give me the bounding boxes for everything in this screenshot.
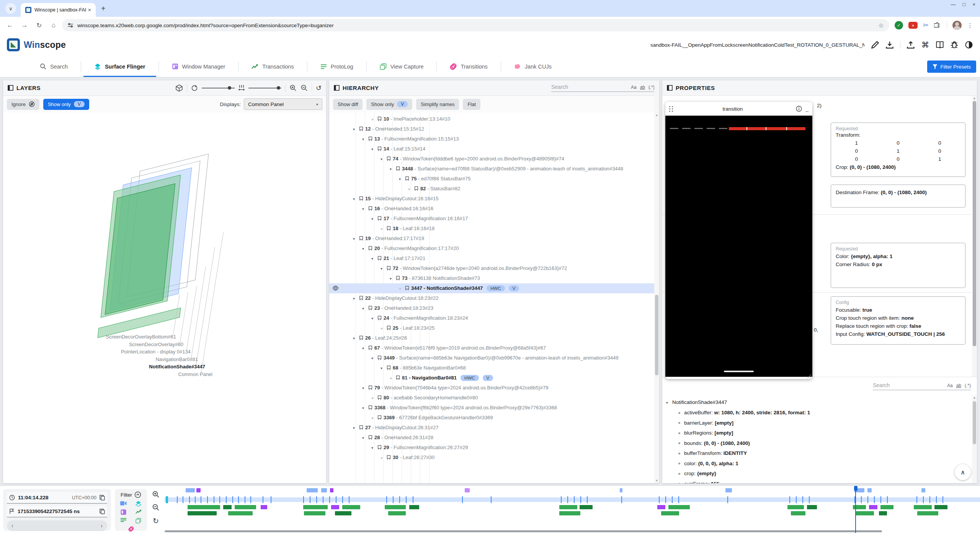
timeline-tick[interactable] [574, 496, 575, 503]
zoom-in-icon[interactable] [289, 84, 297, 92]
timeline-event-bar[interactable] [330, 488, 333, 492]
show-diff-button[interactable]: Show diff [333, 99, 363, 110]
show-only-v-button[interactable]: Show only V [366, 99, 412, 110]
scroll-up-icon[interactable]: ▲ [654, 113, 659, 117]
timeline-tick[interactable] [665, 496, 666, 503]
layer-label[interactable]: Common Panel [3, 371, 217, 378]
timeline-tick[interactable] [166, 496, 168, 503]
new-tab-button[interactable]: + [101, 4, 106, 13]
timeline-event-bar[interactable] [321, 488, 327, 492]
bug-report-icon[interactable] [950, 41, 959, 49]
timeline-event-bar[interactable] [853, 505, 866, 509]
timeline-event-bar[interactable] [880, 505, 893, 509]
tree-row[interactable]: ▾75 - ed70f88 StatusBar#75 [329, 174, 659, 184]
layer-label[interactable]: ScreenDecorOverlayBottom#61 [3, 333, 217, 341]
view-capture-icon[interactable] [136, 518, 141, 523]
tree-row[interactable]: ▾29 - FullscreenMagnification:26:27#29 [329, 443, 659, 453]
timeline-cursor[interactable] [855, 486, 856, 533]
tree-row[interactable]: ▾22 - HideDisplayCutout:18:23#22 [329, 293, 659, 303]
properties-search[interactable]: Aa ab (.*) [873, 382, 971, 390]
collapse-filter-icon[interactable] [134, 491, 141, 498]
tree-row[interactable]: ▾26 - Leaf:24:25#26 [329, 333, 659, 343]
tree-row[interactable]: ▾73 - 8736138 NotificationShade#73 [329, 273, 659, 283]
time-field[interactable]: 11:04:14.228 UTC+00:00 [7, 492, 107, 504]
tree-row[interactable]: ●30 - Leaf:26:27#30 [329, 453, 659, 463]
tree-row[interactable]: ▾20 - FullscreenMagnification:17:17#20 [329, 244, 659, 253]
timeline-event-bar[interactable] [917, 511, 938, 515]
transactions-icon[interactable] [136, 509, 142, 514]
edit-pencil-icon[interactable] [871, 41, 879, 49]
property-item[interactable]: currFrame: 155 [666, 479, 977, 484]
timeline-tick[interactable] [789, 496, 790, 503]
tree-row[interactable]: ▾74 - WindowToken{fdddbe6 type=2000 andr… [329, 154, 659, 164]
timeline-event-bar[interactable] [261, 505, 267, 509]
hierarchy-scrollbar[interactable]: ▲ ▼ [654, 80, 659, 483]
timeline-event-bar[interactable] [867, 488, 872, 492]
hierarchy-search[interactable]: Aa ab (.*) [551, 84, 655, 92]
timeline-event-bar[interactable] [807, 505, 817, 509]
timeline-event-bar[interactable] [223, 505, 231, 509]
tree-row[interactable]: ▾19 - OneHanded:17:17#19 [329, 234, 659, 244]
tab-jank-cujs[interactable]: Jank CUJs [501, 56, 565, 77]
timeline-event-bar[interactable] [620, 488, 622, 492]
timeline-tick[interactable] [796, 496, 797, 503]
timeline-tick[interactable] [867, 496, 868, 503]
browser-tab[interactable]: Winscope | sandbox-FAIL × [21, 3, 96, 17]
timeline-tick[interactable] [393, 496, 394, 503]
timeline-event-bar[interactable] [921, 488, 926, 492]
url-bar[interactable]: winscope.teams.x20web.corp.google.com/pr… [62, 19, 889, 31]
properties-scrollbar[interactable]: ▲ [972, 96, 977, 377]
tree-row[interactable]: ▾13 - FullscreenMagnification:15:15#13 [329, 134, 659, 144]
home-icon[interactable]: ⌂ [47, 19, 60, 31]
timeline-event-bar[interactable] [914, 505, 932, 509]
timeline-event-bar[interactable] [331, 505, 339, 509]
tree-row[interactable]: ▾72 - WindowToken{a2746de type=2040 andr… [329, 263, 659, 273]
timeline-event-bar[interactable] [388, 511, 406, 515]
timeline-event-bar[interactable] [787, 505, 804, 509]
surface-flinger-icon[interactable] [136, 501, 141, 507]
layer-label[interactable]: PointerLocation - display 0#134 [3, 348, 217, 356]
timeline-event-bar[interactable] [186, 488, 194, 492]
timeline-event-bar[interactable] [465, 488, 470, 492]
timeline-tick[interactable] [207, 496, 208, 503]
timeline-event-bar[interactable] [303, 505, 328, 509]
keyboard-shortcuts-icon[interactable]: ⌘ [921, 41, 929, 49]
timeline-tick[interactable] [462, 496, 463, 503]
timeline-reset-zoom-icon[interactable]: ↻ [153, 517, 159, 525]
timeline-tick[interactable] [183, 496, 183, 503]
show-only-button[interactable]: Show only V [43, 99, 89, 110]
download-icon[interactable] [885, 41, 894, 49]
timeline-zoom-in-icon[interactable] [152, 490, 160, 498]
timeline-tick[interactable] [238, 496, 239, 503]
property-item[interactable]: bufferTransform: IDENTITY [666, 448, 977, 459]
minimize-overlay-icon[interactable]: _ [806, 106, 808, 112]
timeline-tick[interactable] [342, 496, 343, 503]
tree-row[interactable]: ●81 - NavigationBar0#81HWCV [329, 373, 659, 383]
timeline-tick[interactable] [923, 496, 924, 503]
extensions-puzzle-icon[interactable] [934, 22, 941, 29]
collapse-panel-icon[interactable] [8, 85, 13, 91]
bookmark-star-icon[interactable]: ☆ [879, 22, 884, 29]
timeline-tick[interactable] [303, 496, 304, 503]
timeline-tick[interactable] [942, 496, 943, 503]
timeline-tick[interactable] [678, 496, 679, 503]
match-word-icon[interactable]: ab [956, 383, 961, 388]
timeline-tick[interactable] [580, 496, 581, 503]
timeline-canvas[interactable] [165, 486, 980, 533]
timeline-event-bar[interactable] [869, 505, 877, 509]
tree-row[interactable]: ▾23 - OneHanded:18:23#23 [329, 303, 659, 313]
timeline-event-bar[interactable] [879, 511, 887, 515]
timeline-zoom-out-icon[interactable] [152, 504, 160, 511]
timeline-event-bar[interactable] [235, 505, 256, 509]
timeline-tick[interactable] [177, 496, 178, 503]
tree-row[interactable]: ●3369 - 67726bf EdgeBackGestureHandler0#… [329, 413, 659, 423]
timeline-event-bar[interactable] [304, 511, 325, 515]
scroll-up-icon[interactable]: ▲ [972, 396, 977, 399]
timeline-tick[interactable] [413, 496, 413, 503]
timeline-tick[interactable] [491, 496, 492, 503]
timeline-hscrollbar[interactable] [165, 530, 882, 532]
tab-transitions[interactable]: Transitions [437, 56, 500, 77]
timeline-tick[interactable] [916, 496, 917, 503]
tab-transactions[interactable]: Transactions [238, 56, 307, 77]
timeline-tick[interactable] [621, 496, 622, 503]
